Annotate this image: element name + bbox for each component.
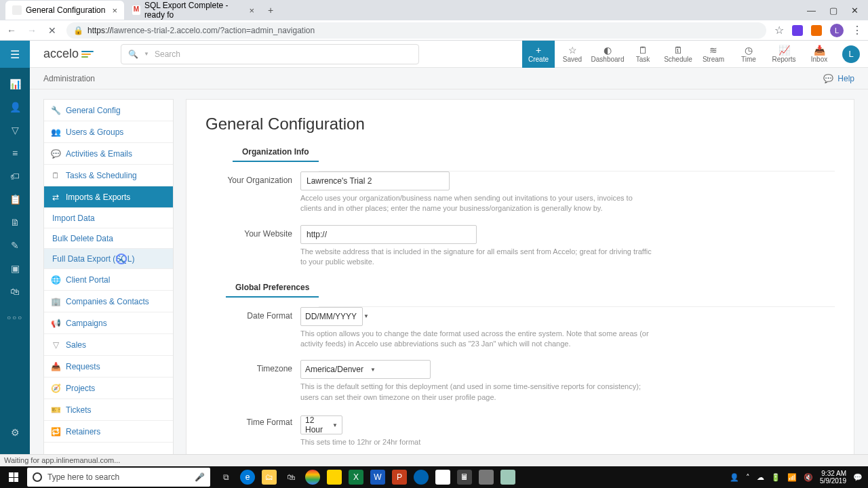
app-body: accelo 🔍 ▼ Search +Create ☆Saved ◐Dashbo… <box>30 41 868 466</box>
org-name-input[interactable] <box>300 171 450 190</box>
tab-favicon <box>12 5 22 15</box>
url-field[interactable]: 🔒 https://lawrence-s-trial-2.accelo.com/… <box>66 22 766 39</box>
chat-icon: 💬 <box>51 149 60 159</box>
search-dropdown-icon[interactable]: ▼ <box>144 51 149 57</box>
rail-doc-icon[interactable]: 🗎 <box>8 216 22 229</box>
breadcrumb[interactable]: Administration <box>43 74 95 83</box>
app-icon[interactable] <box>479 470 494 485</box>
tray-clock[interactable]: 9:32 AM 5/9/2019 <box>820 470 846 485</box>
nav-back-icon[interactable]: ← <box>5 25 18 36</box>
sidebar-item-imports-exports[interactable]: ⇄Imports & Exports <box>44 186 173 208</box>
sidebar-subitem-bulk-delete[interactable]: Bulk Delete Data <box>44 228 173 249</box>
tray-up-icon[interactable]: ˄ <box>746 473 750 482</box>
nav-stop-icon[interactable]: ✕ <box>46 25 58 36</box>
taskbar-search-input[interactable]: Type here to search 🎤 <box>27 468 210 487</box>
people-icon[interactable]: 👤 <box>730 473 739 482</box>
new-tab-button[interactable]: + <box>262 5 279 16</box>
help-link[interactable]: 💬 Help <box>823 74 854 83</box>
extension-icon[interactable] <box>811 25 822 36</box>
rail-bag-icon[interactable]: 🛍 <box>8 285 22 298</box>
rail-chart-icon[interactable]: 📊 <box>8 77 22 91</box>
battery-icon[interactable]: 🔋 <box>771 473 781 482</box>
search-input[interactable]: 🔍 ▼ Search <box>121 44 419 64</box>
sidebar-item-tasks-scheduling[interactable]: 🗒Tasks & Scheduling <box>44 165 173 186</box>
create-button[interactable]: +Create <box>522 41 555 68</box>
kebab-menu-icon[interactable]: ⋮ <box>852 24 863 37</box>
profile-avatar[interactable]: L <box>830 24 844 37</box>
rail-filter-icon[interactable]: ▽ <box>8 123 22 137</box>
sidebar-item-general-config[interactable]: 🔧General Config <box>44 100 173 121</box>
window-maximize-icon[interactable]: ▢ <box>829 5 837 16</box>
rail-user-icon[interactable]: 👤 <box>8 100 22 114</box>
word-icon[interactable]: W <box>370 470 385 485</box>
stream-button[interactable]: ≋Stream <box>696 41 731 68</box>
task-view-icon[interactable]: ⧉ <box>218 470 233 485</box>
wifi-icon[interactable]: 📶 <box>787 473 797 482</box>
inbox-button[interactable]: 📥Inbox <box>802 41 837 68</box>
tab-close-icon[interactable]: × <box>112 5 117 16</box>
volume-icon[interactable]: 🔇 <box>804 473 813 482</box>
time-format-select[interactable]: 12 Hour <box>300 415 342 434</box>
mic-icon[interactable]: 🎤 <box>195 472 205 482</box>
sidebar-item-companies-contacts[interactable]: 🏢Companies & Contacts <box>44 291 173 312</box>
calculator-icon[interactable]: 🖩 <box>457 470 472 485</box>
browser-tab-active[interactable]: General Configuration × <box>5 1 124 20</box>
store-icon[interactable]: 🛍 <box>283 470 298 485</box>
groove-icon[interactable] <box>414 470 429 485</box>
notifications-icon[interactable]: 💬 <box>853 473 863 482</box>
sidebar-item-retainers[interactable]: 🔁Retainers <box>44 421 173 443</box>
building-icon: 🏢 <box>51 297 60 306</box>
rail-more-icon[interactable]: ○○○ <box>8 310 22 324</box>
dashboard-button[interactable]: ◐Dashboard <box>590 41 625 68</box>
help-text: Accelo uses your organization/business n… <box>300 193 653 214</box>
task-button[interactable]: 🗒Task <box>625 41 660 68</box>
sidebar-item-activities-emails[interactable]: 💬Activities & Emails <box>44 143 173 165</box>
date-format-select[interactable]: DD/MM/YYYY <box>300 307 363 326</box>
sidebar-item-client-portal[interactable]: 🌐Client Portal <box>44 269 173 291</box>
app-icon[interactable] <box>500 470 515 485</box>
window-controls: — ▢ ✕ <box>807 5 868 16</box>
saved-button[interactable]: ☆Saved <box>555 41 590 68</box>
rail-settings-icon[interactable]: ⚙ <box>8 426 22 439</box>
slack-icon[interactable]: ✳ <box>435 470 450 485</box>
extension-icon[interactable] <box>792 25 803 36</box>
addr-icons: ☆ L ⋮ <box>774 24 863 37</box>
rail-box-icon[interactable]: ▣ <box>8 262 22 275</box>
website-input[interactable] <box>300 225 477 244</box>
schedule-button[interactable]: 🗓Schedule <box>660 41 696 68</box>
window-minimize-icon[interactable]: — <box>807 5 816 16</box>
sidebar-item-projects[interactable]: 🧭Projects <box>44 378 173 399</box>
start-button[interactable] <box>0 466 27 488</box>
clipboard-icon: 🗒 <box>51 171 60 180</box>
chrome-icon[interactable] <box>305 470 320 485</box>
app-icon[interactable] <box>327 470 342 485</box>
onedrive-icon[interactable]: ☁ <box>757 473 764 482</box>
browser-tab[interactable]: M SQL Export Complete - ready fo × <box>125 1 261 20</box>
bookmark-star-icon[interactable]: ☆ <box>774 24 784 37</box>
user-avatar[interactable]: L <box>842 45 860 63</box>
rail-stream-icon[interactable]: ≡ <box>8 146 22 160</box>
sidebar-item-sales[interactable]: ▽Sales <box>44 334 173 356</box>
sidebar-item-tickets[interactable]: 🎫Tickets <box>44 399 173 421</box>
window-close-icon[interactable]: ✕ <box>851 5 859 16</box>
time-button[interactable]: ◷Time <box>731 41 766 68</box>
excel-icon[interactable]: X <box>349 470 363 485</box>
timezone-select[interactable]: America/Denver <box>300 360 431 379</box>
rail-edit-icon[interactable]: ✎ <box>8 239 22 252</box>
sidebar-item-campaigns[interactable]: 📢Campaigns <box>44 312 173 334</box>
edge-icon[interactable]: e <box>240 470 255 485</box>
rail-tag-icon[interactable]: 🏷 <box>8 169 22 183</box>
sidebar-item-users-groups[interactable]: 👥Users & Groups <box>44 121 173 143</box>
reports-button[interactable]: 📈Reports <box>766 41 802 68</box>
tab-close-icon[interactable]: × <box>249 5 254 16</box>
powerpoint-icon[interactable]: P <box>392 470 407 485</box>
sidebar-subitem-full-export[interactable]: Full Data Export (SQL) ↖ <box>44 249 173 269</box>
file-explorer-icon[interactable]: 🗂 <box>262 470 277 485</box>
rail-clipboard-icon[interactable]: 📋 <box>8 192 22 206</box>
hamburger-menu-icon[interactable]: ☰ <box>0 41 30 68</box>
nav-forward-icon[interactable]: → <box>26 25 38 36</box>
logo[interactable]: accelo <box>43 47 94 61</box>
sidebar-item-requests[interactable]: 📥Requests <box>44 356 173 378</box>
clock-icon: ◷ <box>745 45 753 54</box>
sidebar-subitem-import-data[interactable]: Import Data <box>44 208 173 228</box>
